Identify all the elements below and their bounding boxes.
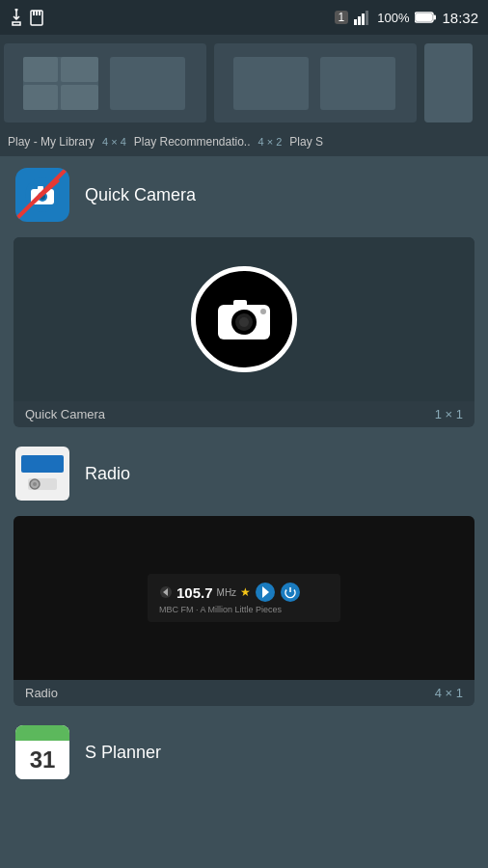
label-recommendations: Play Recommendatio.. — [134, 135, 251, 149]
svg-rect-11 — [434, 15, 437, 20]
radio-display: 105.7 MHz ★ MBC FM · A Million Little Pi… — [148, 574, 340, 622]
radio-widget-inner: 105.7 MHz ★ MBC FM · A Million Little Pi… — [14, 516, 474, 680]
battery-text: 100% — [377, 11, 409, 25]
quick-camera-label: Quick Camera — [85, 185, 196, 205]
time-display: 18:32 — [442, 10, 478, 26]
svg-rect-4 — [39, 11, 41, 15]
sp-header — [15, 725, 69, 741]
radio-body — [28, 476, 57, 492]
svg-point-20 — [25, 177, 60, 212]
radio-app-icon[interactable] — [15, 447, 69, 501]
quick-camera-widget-dim: 1 × 1 — [435, 407, 463, 421]
radio-frequency: 105.7 MHz ★ — [159, 582, 329, 603]
quick-camera-icon[interactable] — [15, 168, 69, 222]
widget-thumb-recommendations[interactable] — [214, 43, 417, 122]
widget-labels-row: Play - My Library 4 × 4 Play Recommendat… — [0, 131, 488, 156]
svg-point-31 — [260, 309, 266, 314]
radio-mhz: MHz — [217, 587, 237, 598]
sp-body: 31 — [15, 741, 69, 779]
label-play-s: Play S — [289, 135, 323, 149]
sp-day-number: 31 — [30, 746, 56, 773]
label-my-library-dim: 4 × 4 — [102, 136, 126, 148]
radio-row: Radio — [0, 435, 488, 512]
svg-rect-3 — [36, 11, 38, 15]
svg-rect-30 — [233, 300, 247, 307]
battery-icon — [415, 12, 436, 23]
svg-rect-14 — [23, 57, 58, 82]
svg-rect-10 — [416, 14, 432, 21]
svg-point-29 — [239, 317, 249, 327]
svg-rect-18 — [233, 57, 309, 110]
s-planner-icon[interactable]: 31 — [15, 725, 69, 779]
svg-rect-24 — [38, 186, 43, 190]
radio-label: Radio — [85, 464, 130, 484]
svg-rect-8 — [366, 11, 368, 25]
radio-freq-value: 105.7 — [176, 584, 213, 601]
radio-widget-label: Radio — [25, 686, 58, 700]
radio-star: ★ — [240, 585, 251, 599]
svg-rect-17 — [61, 85, 98, 110]
svg-rect-16 — [23, 85, 58, 110]
quick-camera-widget-inner — [14, 237, 474, 401]
s-planner-icon-wrap[interactable]: 31 — [15, 725, 69, 779]
label-recommendations-dim: 4 × 2 — [258, 136, 283, 148]
widget-thumb-partial — [424, 43, 473, 122]
status-icons-left — [10, 9, 44, 26]
quick-camera-widget-label: Quick Camera — [25, 407, 105, 421]
usb-icon — [10, 9, 23, 26]
svg-point-0 — [15, 9, 18, 12]
sd-icon — [29, 9, 44, 26]
svg-rect-7 — [362, 14, 365, 25]
svg-rect-13 — [110, 57, 185, 110]
quick-camera-widget-card[interactable]: Quick Camera 1 × 1 — [14, 237, 474, 427]
quick-camera-row: Quick Camera — [0, 156, 488, 233]
radio-widget-card[interactable]: 105.7 MHz ★ MBC FM · A Million Little Pi… — [14, 516, 474, 706]
quick-camera-icon-wrap[interactable] — [15, 168, 69, 222]
radio-widget-info: Radio 4 × 1 — [14, 680, 474, 706]
s-planner-row: 31 S Planner — [0, 714, 488, 791]
svg-rect-6 — [358, 16, 361, 25]
svg-rect-2 — [33, 11, 35, 15]
svg-rect-5 — [354, 19, 357, 25]
radio-screen — [21, 455, 64, 473]
camera-widget-icon — [191, 266, 297, 372]
s-planner-label: S Planner — [85, 743, 161, 763]
svg-rect-15 — [61, 57, 98, 82]
signal-icon — [354, 10, 371, 25]
radio-station-name: MBC FM · A Million Little Pieces — [159, 605, 329, 614]
svg-rect-19 — [320, 57, 395, 110]
status-bar: 1 100% 18:32 — [0, 0, 488, 35]
widget-strip — [0, 35, 488, 131]
label-my-library: Play - My Library — [8, 135, 95, 149]
widget-thumb-my-library[interactable] — [4, 43, 206, 122]
notification-badge: 1 — [335, 11, 349, 24]
radio-icon-wrap[interactable] — [15, 447, 69, 501]
radio-widget-dim: 4 × 1 — [435, 686, 463, 700]
svg-point-34 — [33, 482, 37, 486]
quick-camera-widget-info: Quick Camera 1 × 1 — [14, 401, 474, 427]
status-icons-right: 1 100% 18:32 — [335, 10, 478, 26]
